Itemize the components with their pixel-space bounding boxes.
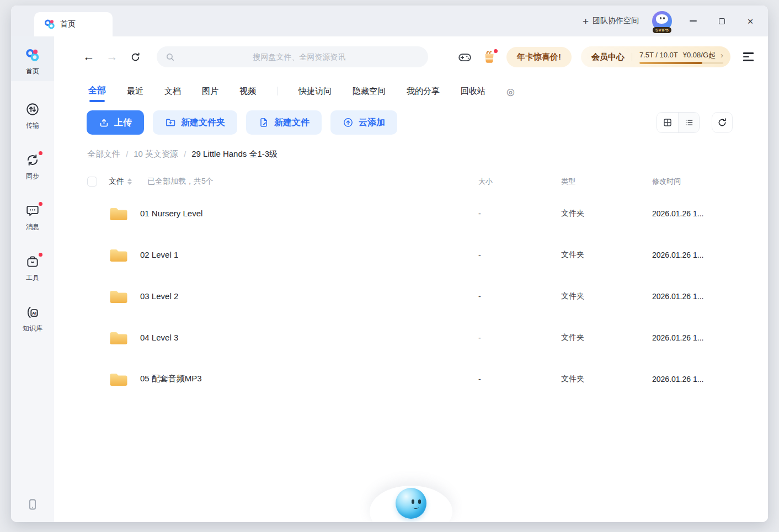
- tab-images[interactable]: 图片: [202, 86, 218, 104]
- file-modified: 2026.01.26 1...: [652, 209, 727, 218]
- actions-row: 上传 新建文件夹 新建文件: [54, 104, 768, 135]
- new-file-button[interactable]: 新建文件: [246, 110, 322, 135]
- titlebar: 首页 + 团队协作空间 SVIP5 ×: [11, 6, 768, 36]
- team-space-label: 团队协作空间: [593, 16, 639, 26]
- tab-recycle-bin[interactable]: 回收站: [461, 86, 485, 104]
- file-modified: 2026.01.26 1...: [652, 333, 727, 342]
- main-panel: ← →: [54, 36, 768, 522]
- sidebar-item-knowledge[interactable]: AI 知识库: [11, 299, 54, 338]
- reload-icon: [130, 52, 141, 62]
- close-button[interactable]: ×: [743, 13, 758, 29]
- folder-icon: [108, 246, 129, 264]
- file-size: -: [478, 375, 561, 384]
- reload-button[interactable]: [126, 47, 145, 66]
- mascot-icon: [396, 488, 426, 519]
- promo-badge[interactable]: 年卡惊喜价!: [506, 47, 572, 67]
- file-type: 文件夹: [561, 291, 652, 301]
- menu-button[interactable]: [743, 52, 754, 61]
- folder-icon: [108, 205, 129, 222]
- close-icon: ×: [747, 16, 753, 26]
- file-modified: 2026.01.26 1...: [652, 251, 727, 259]
- breadcrumb-folder[interactable]: 10 英文资源: [134, 149, 178, 159]
- storage-price: ¥0.08/G起: [683, 50, 716, 60]
- sidebar-item-transfer[interactable]: 传输: [11, 95, 54, 135]
- grid-view-button[interactable]: [657, 113, 678, 132]
- divider: [277, 87, 278, 95]
- tab-all[interactable]: 全部: [88, 85, 106, 104]
- folder-icon: [108, 370, 129, 388]
- tab-recent[interactable]: 最近: [127, 86, 143, 104]
- new-folder-button[interactable]: 新建文件夹: [153, 110, 237, 135]
- file-row[interactable]: 01 Nursery Level - 文件夹 2026.01.26 1...: [54, 193, 768, 234]
- file-row[interactable]: 02 Level 1 - 文件夹 2026.01.26 1...: [54, 234, 768, 275]
- file-row[interactable]: 04 Level 3 - 文件夹 2026.01.26 1...: [54, 317, 768, 358]
- toolbox-icon: [25, 254, 40, 269]
- minimize-button[interactable]: [685, 13, 701, 29]
- sidebar-item-label: 消息: [26, 222, 39, 232]
- mobile-app-button[interactable]: [26, 498, 39, 511]
- app-window: 首页 + 团队协作空间 SVIP5 × 首页: [11, 6, 768, 522]
- game-center-button[interactable]: [457, 50, 472, 65]
- file-pen-icon: [258, 117, 269, 128]
- storage-progress-track: [639, 62, 723, 64]
- refresh-list-button[interactable]: [712, 112, 733, 133]
- member-center-pill[interactable]: 会员中心 7.5T / 10.0T ¥0.08/G起 ›: [581, 46, 730, 67]
- load-status: 已全部加载，共5个: [147, 177, 214, 187]
- tab-my-shares[interactable]: 我的分享: [407, 86, 440, 104]
- home-tab[interactable]: 首页: [34, 12, 113, 36]
- search-icon: [166, 52, 175, 62]
- back-button[interactable]: ←: [79, 47, 98, 66]
- file-column-header[interactable]: 文件: [109, 177, 124, 187]
- sidebar-item-label: 知识库: [23, 324, 42, 333]
- modified-column-header: 修改时间: [652, 177, 727, 187]
- svg-text:AI: AI: [32, 311, 36, 316]
- file-name[interactable]: 05 配套音频MP3: [140, 374, 202, 384]
- notification-dot: [39, 202, 42, 206]
- sidebar-item-tools[interactable]: 工具: [11, 248, 54, 288]
- storage-progress-fill: [639, 62, 702, 64]
- storage-usage: 7.5T / 10.0T: [639, 51, 678, 59]
- sidebar-item-label: 同步: [26, 172, 39, 181]
- tab-quick-access[interactable]: 快捷访问: [298, 86, 332, 104]
- upload-button[interactable]: 上传: [87, 110, 144, 135]
- file-modified: 2026.01.26 1...: [652, 292, 727, 301]
- file-name[interactable]: 03 Level 2: [140, 291, 178, 301]
- list-view-button[interactable]: [678, 113, 699, 132]
- gift-bag-button[interactable]: [482, 49, 497, 65]
- assistant-mascot-button[interactable]: [370, 486, 452, 522]
- category-tabs: 全部 最近 文档 图片 视频 快捷访问 隐藏空间 我的分享 回收站 ◎: [54, 77, 768, 104]
- search-input[interactable]: [179, 52, 419, 61]
- file-name[interactable]: 04 Level 3: [140, 333, 178, 342]
- forward-button[interactable]: →: [103, 47, 121, 66]
- tab-hidden-space[interactable]: 隐藏空间: [353, 86, 386, 104]
- avatar[interactable]: SVIP5: [652, 11, 672, 31]
- sidebar-item-label: 工具: [26, 273, 39, 283]
- file-row[interactable]: 03 Level 2 - 文件夹 2026.01.26 1...: [54, 275, 768, 317]
- cloud-add-button[interactable]: 云添加: [330, 110, 397, 135]
- list-view-icon: [684, 118, 694, 127]
- tab-videos[interactable]: 视频: [239, 86, 256, 104]
- file-name[interactable]: 01 Nursery Level: [140, 209, 202, 218]
- select-all-checkbox[interactable]: [87, 177, 97, 187]
- file-row[interactable]: 05 配套音频MP3 - 文件夹 2026.01.26 1...: [54, 358, 768, 400]
- sidebar-item-home[interactable]: 首页: [11, 36, 54, 81]
- notification-dot: [39, 151, 42, 155]
- file-size: -: [478, 292, 561, 301]
- sort-icon[interactable]: [127, 178, 132, 185]
- breadcrumb-root[interactable]: 全部文件: [87, 149, 120, 159]
- folder-icon: [108, 288, 129, 305]
- ai-library-icon: AI: [25, 305, 40, 320]
- sidebar-item-sync[interactable]: 同步: [11, 146, 54, 186]
- radar-icon[interactable]: ◎: [506, 86, 515, 104]
- maximize-button[interactable]: [714, 13, 729, 29]
- grid-view-icon: [663, 118, 673, 127]
- storage-meter: 7.5T / 10.0T ¥0.08/G起 ›: [639, 50, 723, 64]
- sidebar-item-messages[interactable]: 消息: [11, 197, 54, 237]
- tab-documents[interactable]: 文档: [164, 86, 181, 104]
- team-space-button[interactable]: + 团队协作空间: [583, 16, 639, 26]
- file-type: 文件夹: [561, 209, 652, 219]
- member-center-label: 会员中心: [591, 52, 625, 62]
- divider: [632, 53, 632, 61]
- search-bar[interactable]: [157, 46, 428, 67]
- file-name[interactable]: 02 Level 1: [140, 250, 178, 259]
